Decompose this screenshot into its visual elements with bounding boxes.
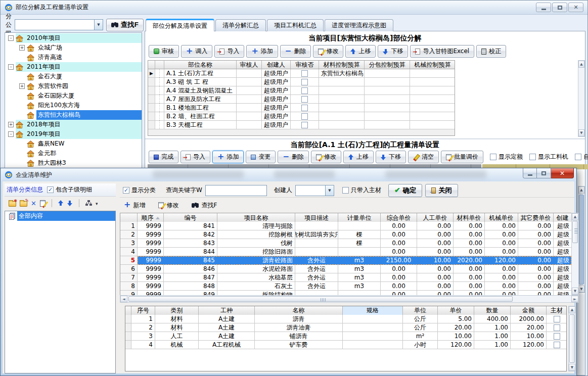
tree-item[interactable]: 阳光100东方海 [5,101,142,110]
new-folder-icon[interactable] [9,201,16,207]
display-option[interactable]: 自动折行 [575,153,588,161]
list-grid-hscrollbar[interactable]: ◄ ► [120,295,579,303]
table-row[interactable]: B.1 楼地面工程超级用户 [148,104,455,112]
tree-item[interactable]: 金元郡 [5,149,142,158]
close-dialog-button[interactable]: 关闭 [425,184,458,197]
table-row[interactable]: 99999849拆除结构物0.000.000.000.000.00超级 [120,291,571,295]
table-row[interactable]: B.2 墙、柱面工程超级用户 [148,112,455,121]
close-icon[interactable]: ✕ [551,168,574,178]
delete-button[interactable]: 删除 [280,45,311,58]
table-row[interactable]: 49999844挖除旧路面0.000.000.000.000.00超级 [120,248,571,256]
chevron-down-icon[interactable] [325,185,334,196]
search-button[interactable]: 查找F [106,19,144,31]
keyword-input[interactable] [206,185,266,196]
creator-combobox-input[interactable] [296,185,325,196]
modify-doc-icon[interactable] [40,200,46,207]
move-up-icon[interactable] [58,200,64,206]
table-row[interactable]: 2材料A土建沥青油膏公斤20.001.0020.00 [125,323,566,332]
chevron-down-icon[interactable] [96,200,98,207]
table-row[interactable]: 29999842挖除树根含树坑回填夯实只棵0.000.000.000.000.0… [120,230,571,239]
move-down-icon[interactable] [67,200,73,206]
table-row[interactable]: A.7 屋面及防水工程超级用户 [148,95,455,104]
tree-item-year[interactable]: +2018年项目 [5,120,142,129]
checkbox[interactable] [554,324,560,331]
import-button[interactable]: 导入 [180,151,210,163]
scrollbar-thumb[interactable] [579,195,584,285]
tree-item[interactable]: 金石大厦 [5,72,142,81]
tab-list-summary[interactable]: 清单分解汇总 [215,19,266,31]
scroll-down-icon[interactable]: ▼ [578,129,584,136]
tree-item-year[interactable]: -2011年项目 [5,62,142,72]
close-icon[interactable]: ✕ [568,3,583,12]
tab-progress-flow[interactable]: 进度管理流程示意图 [325,19,393,31]
branch-combobox[interactable] [15,19,103,30]
scroll-up-icon[interactable]: ▲ [578,186,584,194]
display-option[interactable]: 显示工料机 [529,153,568,161]
display-option[interactable]: 显示定额 [490,153,523,161]
table-row[interactable]: 39999843伐树棵0.000.000.000.000.00超级 [120,239,571,248]
scroll-up-icon[interactable]: ▲ [578,61,584,68]
checkbox[interactable] [301,105,308,111]
minimize-icon[interactable] [536,3,551,12]
scroll-down-icon[interactable]: ▼ [569,364,575,371]
scroll-up-icon[interactable]: ▲ [572,213,578,220]
table-row[interactable]: 3人工A土建铺沥青m²10.001.0010.00 [125,332,566,341]
add-new-button[interactable]: 新增 [124,201,145,210]
tree-item[interactable]: 东营恒大棕榈岛 [5,110,142,120]
tree-item[interactable]: 金石国际大厦 [5,91,142,101]
modify-button[interactable]: 修改 [158,201,178,210]
creator-combobox[interactable] [295,185,334,196]
include-children-option[interactable]: 包含子级明细 [47,185,92,194]
checkbox[interactable] [301,79,308,85]
checkbox[interactable] [123,187,129,194]
list-grid-vscrollbar[interactable]: ▲ ▼ [571,213,579,295]
tree-toggle-icon[interactable]: - [8,64,14,70]
add-button[interactable]: 添加 [212,151,244,163]
checkbox[interactable] [554,316,560,322]
tab-labor-material-summary[interactable]: 项目工料机汇总 [267,19,324,31]
table-row[interactable]: 1材料A土建沥青公斤5.00400.002000.00 [125,315,566,323]
tree-item-year[interactable]: -2019年项目 [5,129,142,139]
table-row[interactable]: 59999845沥青砼路面含外运m32150.0010.002020.00120… [120,256,571,265]
checkbox[interactable] [342,187,349,194]
import-gantt-excel-button[interactable]: 导入甘特图Excel [410,45,474,58]
delete-button[interactable]: 删除 [278,151,309,163]
tree-toggle-icon[interactable]: - [8,131,14,137]
tree-item[interactable]: +众城广场 [5,43,142,53]
correct-button[interactable]: 校正 [476,45,506,58]
find-button[interactable]: 查找F [192,201,217,210]
main-material-option[interactable]: 只带入主材 [342,186,381,195]
checkbox[interactable] [529,154,536,160]
chevron-down-icon[interactable] [94,20,103,30]
move-up-button[interactable]: 上移 [343,151,374,163]
table-row[interactable]: 19999841清理与掘除0.000.000.000.000.00超级 [120,222,571,230]
checkbox[interactable] [554,333,560,340]
change-button[interactable]: 变更 [246,151,276,163]
checkbox[interactable] [490,154,496,160]
tree-toggle-icon[interactable]: + [8,122,14,127]
modify-button[interactable]: 修改 [311,151,341,163]
call-in-button[interactable]: 调入 [181,45,212,58]
tree-item[interactable]: 鑫辰NEW [5,139,142,149]
table-row[interactable]: A.3 砌 筑 工 程超级用户 [148,78,455,86]
lower-grid-scrollbar[interactable]: ▲ ▼ [578,186,585,293]
scroll-up-icon[interactable]: ▲ [569,306,575,313]
move-up-button[interactable]: 上移 [345,45,376,58]
maximize-icon[interactable] [537,168,551,178]
edit-folder-icon[interactable] [20,201,27,207]
import-button[interactable]: 导入 [214,45,244,58]
tree-item-all-content[interactable]: 全部内容 [5,211,115,221]
table-row[interactable]: 89999848石灰土含外运m30.000.000.000.000.00超级 [120,282,571,291]
scroll-left-icon[interactable]: ◄ [120,296,127,302]
scrollbar-thumb[interactable] [572,221,578,243]
modify-button[interactable]: 修改 [313,45,343,58]
tree-item[interactable]: 胜大园林3 [5,158,142,168]
checkbox[interactable] [301,122,308,128]
table-row[interactable]: B.3 天棚工程超级用户 [148,121,455,129]
audit-button[interactable]: 审核 [149,45,179,58]
table-row[interactable]: 69999846水泥砼路面含外运m30.000.000.000.000.00超级 [120,265,571,273]
tree-item[interactable]: +东营软件园 [5,81,142,91]
table-row[interactable]: ▶A.1 土(石)方工程超级用户东营恒大棕榈岛 [148,69,455,78]
checkbox[interactable] [47,186,54,193]
ok-button[interactable]: 确定 [388,184,422,197]
